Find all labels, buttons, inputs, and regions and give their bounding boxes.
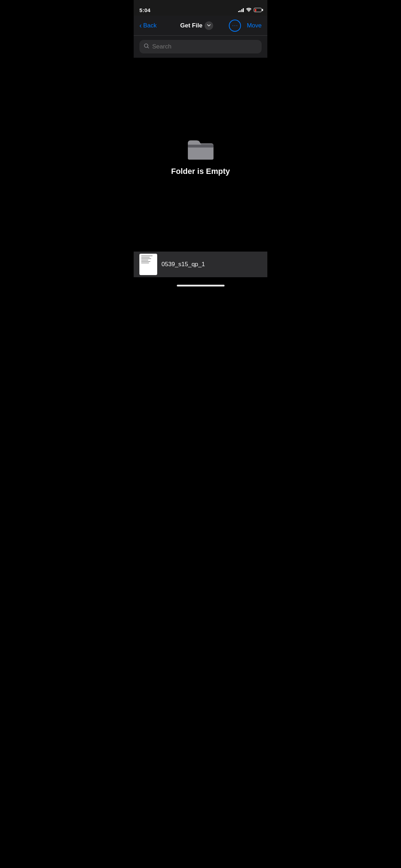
empty-state-text: Folder is Empty [171,167,230,176]
status-icons [238,7,262,13]
more-button[interactable]: ··· [229,20,241,32]
empty-state-container: Folder is Empty [134,61,267,252]
svg-point-0 [248,11,250,12]
search-input[interactable] [152,43,257,50]
nav-title: Get File [180,22,202,29]
file-name: 0539_s15_qp_1 [161,261,205,268]
folder-icon [186,136,215,161]
back-chevron-icon: ‹ [139,22,142,29]
navigation-bar: ‹ Back Get File ··· Move [134,16,267,36]
bottom-file-bar: 0539_s15_qp_1 [134,252,267,277]
back-button[interactable]: ‹ Back [139,22,164,29]
back-label: Back [143,22,157,29]
search-icon [144,43,149,50]
home-indicator [177,285,225,286]
file-line [141,261,150,262]
nav-title-container: Get File [180,21,213,30]
more-dots-icon: ··· [232,23,238,29]
move-button[interactable]: Move [247,22,262,29]
wifi-icon [246,7,252,13]
search-bar[interactable] [139,40,262,53]
file-line [141,255,153,256]
search-container [134,36,267,58]
battery-icon [254,8,262,12]
nav-actions: ··· Move [229,20,262,32]
status-bar: 5:04 [134,0,267,16]
title-dropdown-button[interactable] [205,21,213,30]
file-line [141,258,151,259]
signal-icon [238,8,244,12]
empty-folder-icon [186,136,215,161]
file-line [141,260,148,260]
file-thumbnail-content [140,255,156,264]
file-line [141,257,150,258]
file-line [141,263,149,263]
status-time: 5:04 [139,7,150,13]
file-thumbnail [139,254,157,275]
svg-rect-4 [188,145,214,148]
